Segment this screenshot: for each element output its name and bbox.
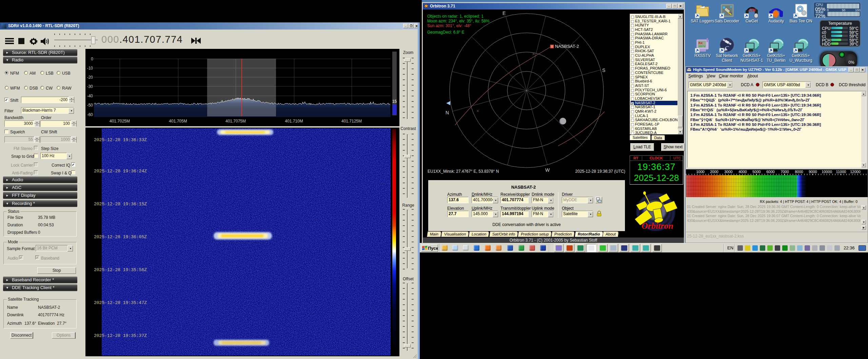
svg-text:Orbitron: Orbitron (642, 221, 673, 231)
svg-text:CW: CW (749, 8, 756, 13)
svg-text:SSTV: SSTV (698, 45, 706, 48)
svg-text:RX: RX (698, 41, 703, 45)
